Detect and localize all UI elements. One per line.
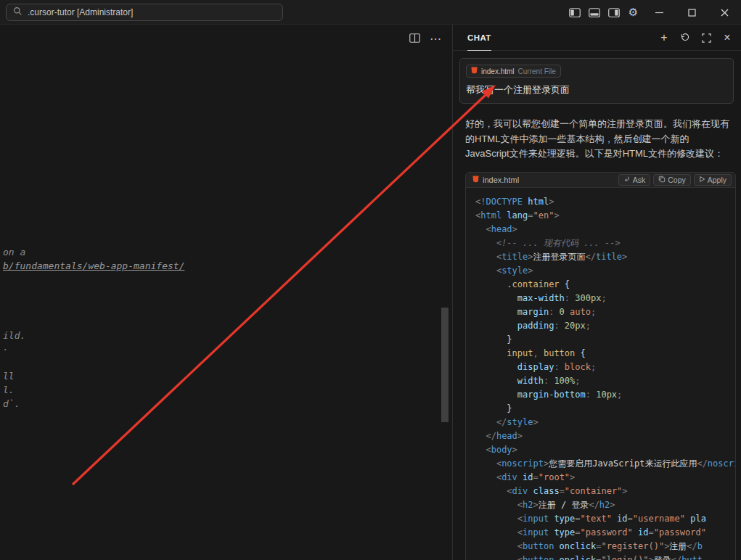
editor-text-fragment: d`. (3, 398, 20, 409)
expand-chat-icon[interactable] (698, 30, 714, 46)
gear-glyph: ⚙ (629, 6, 638, 19)
ask-icon (623, 176, 631, 184)
editor-actions: ⋯ (409, 33, 441, 46)
code-block-header: index.html Ask Copy (466, 173, 735, 188)
chat-panel: CHAT + × index.html Current File 帮我写一个注册… (452, 25, 741, 560)
code-block-actions: Ask Copy Apply (618, 174, 732, 186)
context-pill-current-file[interactable]: index.html Current File (466, 65, 561, 78)
chat-panel-header: CHAT + × (453, 25, 741, 51)
toggle-panel-icon[interactable] (584, 3, 604, 22)
editor-text-fragment: ll (3, 371, 15, 382)
chat-header-icons: + × (656, 25, 735, 51)
editor-text-fragment: on a (3, 247, 25, 258)
tab-chat[interactable]: CHAT (467, 25, 491, 51)
split-editor-icon[interactable] (409, 33, 420, 46)
copy-icon (658, 176, 666, 184)
titlebar-controls: ⚙ (565, 0, 741, 25)
code-block: index.html Ask Copy (465, 172, 736, 560)
titlebar: .cursor-tutor [Administrator] ⚙ (0, 0, 741, 25)
search-box-text: .cursor-tutor [Administrator] (28, 7, 133, 17)
chat-content: index.html Current File 帮我写一个注册登录页面 好的，我… (453, 52, 741, 560)
ask-button[interactable]: Ask (618, 174, 651, 186)
user-message-text: 帮我写一个注册登录页面 (466, 83, 727, 96)
editor-scrollbar[interactable] (441, 308, 449, 422)
close-button[interactable] (708, 0, 741, 25)
html-file-icon (472, 176, 479, 184)
assistant-message-text: 好的，我可以帮您创建一个简单的注册登录页面。我们将在现有的HTML文件中添加一些… (465, 117, 729, 162)
history-icon[interactable] (677, 30, 693, 46)
editor-pane: ⋯ on a b/fundamentals/web-app-manifest/ … (0, 25, 452, 560)
toggle-primary-sidebar-icon[interactable] (565, 3, 584, 22)
toggle-secondary-sidebar-icon[interactable] (604, 3, 623, 22)
more-actions-button[interactable]: ⋯ (430, 36, 441, 43)
maximize-button[interactable] (676, 0, 708, 25)
copy-button-label: Copy (668, 176, 686, 184)
context-pill-tag: Current File (518, 67, 556, 75)
apply-play-icon (699, 176, 705, 184)
editor-text-fragment: ild. (3, 330, 25, 341)
context-pill-filename: index.html (481, 67, 515, 75)
minimize-button[interactable] (643, 0, 676, 25)
editor-link-fragment[interactable]: b/fundamentals/web-app-manifest/ (3, 260, 184, 271)
search-icon (13, 7, 22, 18)
code-block-filename: index.html (483, 176, 519, 184)
close-chat-button[interactable]: × (719, 30, 735, 46)
editor-text-fragment: l. (3, 384, 15, 395)
user-message[interactable]: index.html Current File 帮我写一个注册登录页面 (459, 58, 734, 104)
apply-button[interactable]: Apply (694, 174, 732, 186)
ask-button-label: Ask (633, 176, 646, 184)
window-search-box[interactable]: .cursor-tutor [Administrator] (6, 4, 283, 21)
settings-gear-icon[interactable]: ⚙ (623, 3, 643, 22)
new-chat-button[interactable]: + (656, 30, 672, 46)
code-block-file: index.html (472, 176, 519, 184)
html-file-icon (471, 67, 478, 75)
editor-text-fragment: . (3, 342, 9, 353)
copy-button[interactable]: Copy (653, 174, 691, 186)
chat-tab-label: CHAT (467, 33, 491, 42)
code-lines: <!DOCTYPE html><html lang="en"> <head> <… (466, 188, 735, 560)
apply-button-label: Apply (708, 176, 726, 184)
